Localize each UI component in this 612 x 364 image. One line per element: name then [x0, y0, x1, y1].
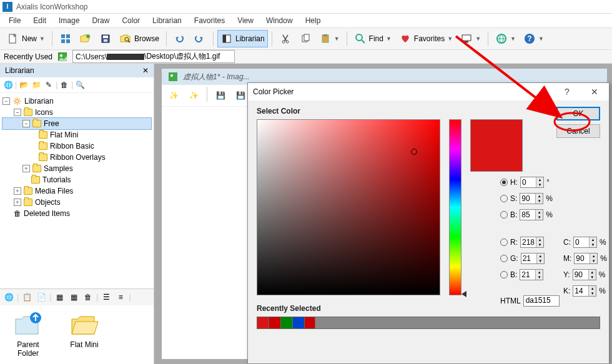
save-button[interactable] — [96, 30, 115, 47]
parent-folder[interactable]: Parent Folder — [6, 312, 50, 358]
swatch-4[interactable] — [292, 317, 305, 329]
svg-point-19 — [356, 34, 362, 41]
ok-button[interactable]: OK — [556, 107, 600, 121]
radio-b2[interactable] — [500, 271, 508, 278]
details-icon[interactable]: ≡ — [114, 291, 127, 303]
input-b2[interactable]: 21▲▼ — [520, 269, 543, 280]
tree-ribbon-overlays[interactable]: Ribbon Overlays — [2, 152, 151, 163]
cancel-button[interactable]: Cancel — [556, 124, 600, 138]
input-k[interactable]: 14▲▼ — [573, 285, 596, 297]
help-button[interactable]: ?▼ — [520, 30, 547, 47]
html-input-row: HTML da1515 — [500, 295, 560, 307]
favorites-button[interactable]: Favorites ▼ — [396, 30, 456, 47]
menu-edit[interactable]: Edit — [27, 15, 52, 26]
input-bv[interactable]: 85▲▼ — [520, 209, 543, 220]
icon-b[interactable]: ▦ — [67, 291, 80, 303]
icon-a[interactable]: ▦ — [53, 291, 66, 303]
browse-button[interactable]: Browse — [116, 30, 162, 47]
tree-free[interactable]: −Free — [2, 118, 151, 129]
recent-path[interactable]: C:\Users\ \Desktop\虚拟人物1.gif — [72, 50, 235, 63]
swatch-3[interactable] — [280, 317, 293, 329]
input-y[interactable]: 90▲▼ — [573, 269, 596, 280]
doc-btn-1[interactable]: ✨ — [164, 87, 183, 104]
menu-color[interactable]: Color — [116, 15, 146, 26]
open-button[interactable] — [76, 30, 95, 47]
tree-root[interactable]: −🔅Librarian — [2, 96, 151, 107]
close-icon[interactable]: ✕ — [142, 66, 149, 75]
tree-objects[interactable]: +Objects — [2, 197, 151, 208]
menu-view[interactable]: View — [231, 15, 260, 26]
menu-librarian[interactable]: Librarian — [146, 15, 188, 26]
menu-draw[interactable]: Draw — [86, 15, 116, 26]
globe-icon[interactable]: 🌐 — [2, 291, 15, 303]
tree-tutorials[interactable]: Tutorials — [2, 174, 151, 185]
copy-icon[interactable]: 📋 — [21, 291, 33, 303]
doc-save[interactable]: 💾 — [211, 87, 230, 104]
dialog-help[interactable]: ? — [558, 87, 576, 97]
undo-button[interactable] — [170, 30, 189, 47]
grid-button[interactable] — [56, 30, 75, 47]
titlebar: I Axialis IconWorkshop — [0, 0, 612, 14]
svg-point-30 — [170, 74, 173, 77]
tree-deleted[interactable]: 🗑Deleted Items — [2, 208, 151, 219]
tree-media[interactable]: +Media Files — [2, 185, 151, 197]
globe-icon[interactable]: 🌐 — [2, 79, 14, 91]
hue-slider[interactable] — [449, 119, 461, 295]
doc-btn-2[interactable]: ✨ — [184, 87, 203, 104]
dialog-close[interactable]: ✕ — [585, 87, 604, 97]
svg-rect-1 — [61, 34, 65, 38]
color-gradient[interactable] — [257, 119, 440, 295]
swatch-1[interactable] — [257, 317, 269, 329]
paste-icon[interactable]: 📄 — [35, 291, 47, 303]
librarian-label: Librarian — [235, 34, 265, 43]
input-s[interactable]: 90▲▼ — [520, 193, 543, 204]
html-input[interactable]: da1515 — [523, 295, 560, 307]
dialog-title: Color Picker — [253, 87, 294, 96]
main-toolbar: New ▼ Browse Librarian ▼ Find ▼ Favorite… — [0, 27, 612, 50]
menu-window[interactable]: Window — [260, 15, 299, 26]
menu-image[interactable]: Image — [52, 15, 86, 26]
input-h[interactable]: 0▲▼ — [520, 177, 544, 188]
trash-icon[interactable]: 🗑 — [82, 291, 94, 303]
copy-button[interactable] — [296, 30, 315, 47]
new-folder-icon[interactable]: 📁 — [31, 79, 42, 91]
svg-rect-21 — [462, 35, 471, 41]
input-c[interactable]: 0▲▼ — [573, 237, 597, 248]
new-button[interactable]: New ▼ — [4, 30, 48, 47]
swatch-2[interactable] — [269, 317, 281, 329]
menu-help[interactable]: Help — [299, 15, 327, 26]
radio-b[interactable] — [500, 211, 508, 219]
menu-file[interactable]: File — [2, 15, 27, 26]
flat-mini-folder[interactable]: Flat Mini — [62, 312, 106, 358]
find-button[interactable]: Find ▼ — [351, 30, 395, 47]
gradient-cursor[interactable] — [411, 149, 417, 155]
chevron-down-icon: ▼ — [510, 36, 516, 42]
svg-rect-8 — [104, 39, 107, 42]
tree-ribbon-basic[interactable]: Ribbon Basic — [2, 140, 151, 152]
web-button[interactable]: ▼ — [492, 30, 519, 47]
list-icon[interactable]: ☰ — [100, 291, 112, 303]
radio-g[interactable] — [500, 255, 508, 262]
open-folder-icon[interactable]: 📂 — [18, 79, 29, 91]
menu-favorites[interactable]: Favorites — [188, 15, 231, 26]
hue-indicator[interactable] — [461, 291, 466, 297]
input-r[interactable]: 218▲▼ — [520, 237, 544, 248]
cut-button[interactable] — [276, 30, 295, 47]
input-m[interactable]: 90▲▼ — [574, 253, 598, 264]
tree-icons[interactable]: −Icons — [2, 107, 151, 118]
redo-button[interactable] — [190, 30, 209, 47]
cmyk-inputs: C:0▲▼% M:90▲▼% Y:90▲▼% K:14▲▼% — [563, 235, 607, 300]
edit-icon[interactable]: ✎ — [43, 79, 54, 91]
paste-button[interactable]: ▼ — [316, 30, 343, 47]
tree-samples[interactable]: +Samples — [2, 163, 151, 174]
radio-s[interactable] — [500, 195, 508, 202]
librarian-button[interactable]: Librarian — [217, 30, 268, 47]
dialog-titlebar[interactable]: Color Picker ? ✕ — [248, 83, 609, 101]
input-g[interactable]: 21▲▼ — [521, 253, 545, 264]
radio-r[interactable] — [500, 239, 508, 246]
radio-h[interactable] — [500, 179, 508, 186]
search-icon[interactable]: 🔍 — [74, 79, 86, 91]
trash-icon[interactable]: 🗑 — [59, 79, 70, 91]
monitor-button[interactable]: ▼ — [457, 30, 484, 47]
tree-flat-mini[interactable]: Flat Mini — [2, 129, 151, 140]
